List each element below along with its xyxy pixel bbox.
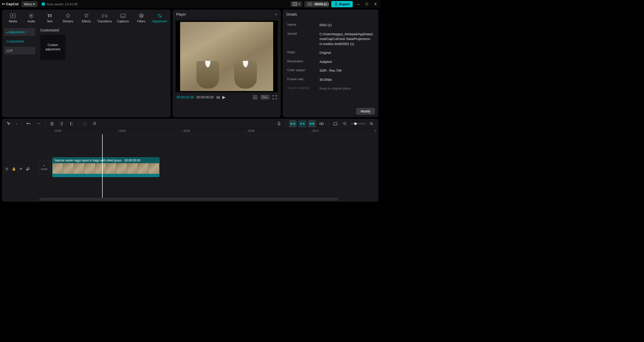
cover-button[interactable]: ✎ Cover: [38, 161, 50, 174]
svg-rect-47: [322, 123, 324, 124]
sidebar-item-customized[interactable]: Customized: [4, 37, 35, 45]
svg-point-8: [31, 15, 32, 17]
tab-effects[interactable]: Effects: [78, 12, 95, 25]
autosave-status: ✓ Auto saved: 14:41:09: [42, 2, 77, 6]
clip-thumbnails: [53, 163, 159, 174]
player-panel: Player ≡ 00:00:02:09 00:00:05:00 ▮▮▮ ▶ R…: [173, 10, 281, 117]
video-clip[interactable]: Natural easter eggs layed in bags with d…: [52, 157, 159, 177]
magnet-track-button[interactable]: [299, 120, 306, 127]
timeline-scrollbar[interactable]: [39, 198, 338, 201]
linkage-button[interactable]: [308, 120, 316, 127]
select-tool[interactable]: [5, 120, 13, 127]
svg-point-40: [293, 123, 293, 124]
filters-icon: [138, 13, 144, 19]
select-dropdown[interactable]: ▾: [15, 120, 19, 127]
effects-icon: [83, 13, 89, 19]
ruler-mark: 00:09: [247, 130, 254, 132]
detail-import-key: Import material:: [287, 86, 319, 91]
svg-rect-0: [293, 3, 297, 6]
details-panel: Details Name:0502 (1) Saved:C:/Users/top…: [283, 10, 378, 117]
svg-rect-43: [303, 123, 304, 124]
lock-icon[interactable]: 🔒: [12, 166, 16, 171]
clear-button[interactable]: [332, 120, 339, 127]
video-preview[interactable]: [176, 21, 278, 92]
window-minimize[interactable]: —: [355, 1, 361, 7]
layout-icon: [293, 2, 297, 6]
adjustment-sidebar: ▸Adjustment Customized LUT: [2, 26, 37, 117]
audio-icon: [28, 13, 34, 19]
tab-text[interactable]: TIText: [41, 12, 58, 25]
crop-button[interactable]: [81, 120, 89, 127]
eye-icon[interactable]: 👁: [19, 166, 23, 171]
tab-media[interactable]: Media: [5, 12, 21, 25]
tab-audio[interactable]: Audio: [23, 12, 40, 25]
ruler-end: 0: [374, 130, 376, 132]
export-icon: [334, 2, 338, 6]
magnet-main-button[interactable]: [289, 120, 297, 127]
media-panel: Media Audio TIText Stickers Effects Tran…: [2, 10, 171, 117]
section-title: Customized: [40, 28, 168, 32]
tab-adjustment[interactable]: Adjustment: [151, 12, 168, 25]
ruler-mark: 00:03: [118, 130, 126, 132]
ratio-button[interactable]: Ratio: [261, 95, 269, 99]
export-button[interactable]: Export: [331, 1, 353, 7]
fullscreen-icon[interactable]: [273, 95, 277, 99]
check-icon: ✓: [42, 2, 45, 6]
timeline-toolbar: ▾: [2, 119, 378, 129]
svg-rect-38: [291, 123, 292, 124]
details-title: Details: [286, 12, 297, 16]
speaker-icon[interactable]: 🔊: [26, 166, 30, 171]
tab-transitions[interactable]: Transitions: [96, 12, 113, 25]
zoom-out-button[interactable]: [341, 120, 349, 127]
detail-framerate-key: Frame rate:: [287, 77, 319, 82]
custom-adjustment-card[interactable]: Custom adjustment: [40, 35, 65, 60]
timeline-panel: ▾ 00:00 00:03 00:06 00:09 00:12 0: [2, 119, 378, 202]
player-menu-icon[interactable]: ≡: [275, 12, 277, 16]
chevron-down-icon: ▾: [33, 2, 35, 6]
tab-filters[interactable]: Filters: [133, 12, 150, 25]
tab-captions[interactable]: Captions: [114, 12, 131, 25]
menu-button[interactable]: Menu ▾: [22, 1, 38, 7]
delete-left-button[interactable]: [58, 120, 65, 127]
svg-point-21: [254, 97, 256, 98]
timeline-ruler[interactable]: 00:00 00:03 00:06 00:09 00:12 0: [52, 129, 378, 134]
columns-icon[interactable]: ▮▮▮: [216, 95, 220, 99]
clip-audio-wave: [53, 174, 159, 177]
titlebar: ✂ CapCut Menu ▾ ✓ Auto saved: 14:41:09 0…: [0, 0, 380, 8]
svg-rect-49: [334, 122, 337, 125]
marker-button[interactable]: [91, 120, 98, 127]
playhead[interactable]: [102, 134, 103, 198]
split-button[interactable]: [48, 120, 56, 127]
detail-saved-value: C:/Users/topgus_thinkpad/AppData/Local/C…: [319, 32, 374, 47]
detail-ratio-value: Original: [319, 50, 374, 55]
ruler-mark: 00:12: [311, 130, 319, 132]
detail-framerate-value: 30.00fps: [319, 77, 374, 82]
sidebar-item-adjustment[interactable]: ▸Adjustment: [4, 28, 35, 36]
clip-name: Natural easter eggs layed in bags with d…: [55, 159, 122, 162]
window-maximize[interactable]: ☐: [364, 1, 370, 7]
transitions-icon: [102, 13, 108, 19]
window-close[interactable]: ✕: [372, 1, 378, 7]
play-icon[interactable]: ▶: [222, 95, 225, 100]
time-total: 00:00:05:00: [196, 95, 214, 99]
svg-rect-42: [300, 123, 302, 124]
adjustment-content: Customized Custom adjustment: [37, 26, 171, 117]
timeline-tracks[interactable]: ⊟ 🔒 👁 🔊 ✎ Cover Natural easter eggs laye…: [2, 134, 378, 198]
undo-button[interactable]: [25, 120, 32, 127]
detail-name-key: Name:: [287, 23, 319, 28]
sidebar-item-lut[interactable]: LUT: [4, 47, 35, 55]
detail-colorspace-key: Color space:: [287, 68, 319, 73]
delete-right-button[interactable]: [67, 120, 75, 127]
focus-icon[interactable]: [253, 95, 257, 100]
svg-point-9: [88, 14, 88, 14]
tab-stickers[interactable]: Stickers: [60, 12, 76, 25]
collapse-icon[interactable]: ⊟: [5, 166, 9, 171]
modify-button[interactable]: Modify: [356, 108, 375, 115]
layout-button[interactable]: ▾: [291, 1, 302, 7]
preview-axis-button[interactable]: [318, 120, 325, 127]
redo-button[interactable]: [34, 120, 42, 127]
zoom-in-button[interactable]: [368, 120, 375, 127]
zoom-slider[interactable]: [351, 123, 366, 124]
player-title: Player: [176, 12, 186, 16]
mic-button[interactable]: [275, 120, 283, 127]
